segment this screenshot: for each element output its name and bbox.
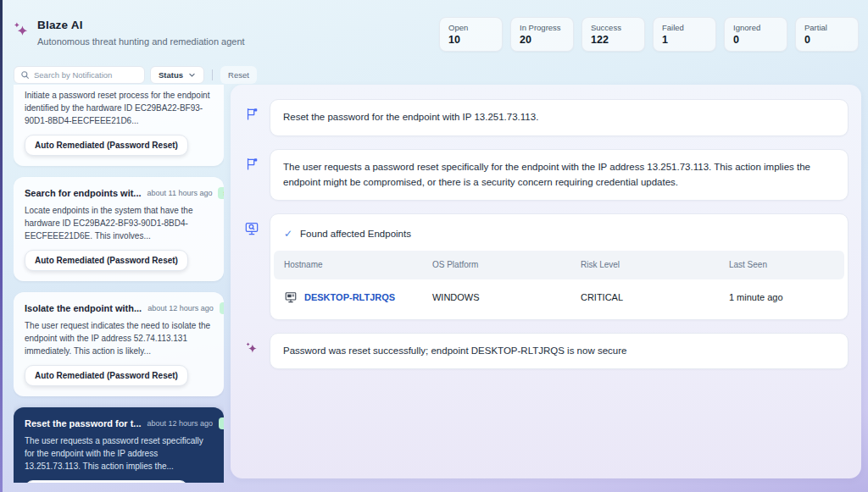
notification-title: Search for endpoints wit... <box>25 188 142 198</box>
status-badge: SUCCESS <box>219 417 224 429</box>
notification-card[interactable]: Isolate the endpoint with... about 12 ho… <box>14 292 224 396</box>
notification-timestamp: about 11 hours ago <box>147 189 213 197</box>
stat-card-success: Success 122 <box>581 17 645 52</box>
user-request-row: Reset the password for the endpoint with… <box>243 99 849 136</box>
notification-detail-panel: Reset the password for the endpoint with… <box>231 85 861 478</box>
status-filter-label: Status <box>159 70 183 80</box>
stat-card-ignored: Ignored 0 <box>724 17 787 52</box>
notification-list[interactable]: Initiate a password reset process for th… <box>14 85 224 483</box>
user-request-message: Reset the password for the endpoint with… <box>270 99 849 136</box>
status-filter-dropdown[interactable]: Status <box>150 66 204 84</box>
stat-card-open: Open 10 <box>439 17 503 52</box>
endpoint-results-card: ✓ Found affected Endpoints Hostname OS P… <box>270 213 849 319</box>
app-header: Blaze AI Autonomous threat hunting and r… <box>12 19 245 47</box>
stat-card-partial: Partial 0 <box>795 17 859 52</box>
sparkle-icon <box>243 333 260 356</box>
risk-level-value: CRITICAL <box>570 279 719 316</box>
auto-remediated-button[interactable]: Auto Remediated (Password Reset) <box>25 135 188 156</box>
notification-card[interactable]: Initiate a password reset process for th… <box>14 85 224 166</box>
stat-value: 1 <box>662 34 707 46</box>
stat-value: 122 <box>591 34 636 46</box>
stat-card-failed: Failed 1 <box>653 17 716 52</box>
stats-bar: Open 10 In Progress 20 Success 122 Faile… <box>439 17 859 52</box>
notification-card-selected[interactable]: Reset the password for t... about 12 hou… <box>14 407 224 483</box>
flag-icon <box>243 149 260 171</box>
last-seen-value: 1 minute ago <box>719 279 844 316</box>
analysis-row: The user requests a password reset speci… <box>243 149 849 202</box>
analysis-message: The user requests a password reset speci… <box>270 149 849 202</box>
stat-value: 0 <box>804 34 849 46</box>
auto-remediated-button[interactable]: Auto Remediated (Password Reset) <box>25 250 188 271</box>
notification-body: Locate endpoints in the system that have… <box>25 204 213 242</box>
stat-card-in-progress: In Progress 20 <box>510 17 574 52</box>
column-header-os: OS Platform <box>422 251 570 279</box>
search-icon <box>20 70 30 80</box>
notification-search[interactable] <box>14 66 145 84</box>
status-badge: SUCCESS <box>218 187 224 199</box>
stat-value: 20 <box>520 34 565 46</box>
monitor-search-icon <box>243 213 260 236</box>
stat-value: 0 <box>733 34 778 46</box>
auto-remediated-button[interactable]: Auto Remediated (Password Reset) <box>25 365 188 386</box>
notification-timestamp: about 12 hours ago <box>147 304 214 312</box>
table-row: DESKTOP-RLTJRQS WINDOWS CRITICAL 1 minut… <box>274 279 844 316</box>
notification-title: Reset the password for t... <box>25 418 142 428</box>
notification-body: The user requests a password reset speci… <box>25 434 213 473</box>
notification-body: Initiate a password reset process for th… <box>25 89 213 127</box>
column-header-hostname: Hostname <box>274 251 422 279</box>
endpoints-table: Hostname OS Platform Risk Level Last See… <box>274 251 844 316</box>
notification-timestamp: about 12 hours ago <box>147 419 214 428</box>
stat-label: Partial <box>804 23 849 32</box>
stat-label: Failed <box>662 23 707 32</box>
app-title: Blaze AI <box>37 19 245 31</box>
desktop-monitor-icon <box>284 290 298 304</box>
check-icon: ✓ <box>284 226 292 242</box>
chevron-down-icon <box>188 71 196 79</box>
result-title: Found affected Endpoints <box>300 227 411 242</box>
final-result-row: Password was reset successfully; endpoin… <box>243 333 849 370</box>
stat-label: In Progress <box>520 23 565 32</box>
endpoint-results-row: ✓ Found affected Endpoints Hostname OS P… <box>243 213 849 319</box>
stat-value: 10 <box>448 34 493 46</box>
stat-label: Success <box>591 23 636 32</box>
notification-body: The user request indicates the need to i… <box>25 319 213 357</box>
notification-title: Isolate the endpoint with... <box>25 303 142 313</box>
search-input[interactable] <box>34 70 146 80</box>
final-result-message: Password was reset successfully; endpoin… <box>270 333 849 370</box>
window-left-edge <box>0 0 3 492</box>
filter-bar: Status Reset <box>14 66 257 84</box>
status-badge: SUCCESS <box>220 302 224 314</box>
os-platform-value: WINDOWS <box>422 279 570 316</box>
notification-card[interactable]: Search for endpoints wit... about 11 hou… <box>14 177 224 281</box>
column-header-risk: Risk Level <box>570 251 719 279</box>
flag-icon <box>243 99 260 121</box>
column-header-last-seen: Last Seen <box>719 251 844 279</box>
reset-filters-button[interactable]: Reset <box>220 66 257 84</box>
stat-label: Ignored <box>733 23 778 32</box>
filter-divider <box>212 69 213 80</box>
sparkle-logo-icon <box>12 20 31 39</box>
app-subtitle: Autonomous threat hunting and remediatio… <box>37 36 245 47</box>
auto-remediated-button[interactable]: Auto Remediated (Password Reset) <box>25 480 188 483</box>
stat-label: Open <box>448 23 493 32</box>
hostname-link[interactable]: DESKTOP-RLTJRQS <box>304 290 395 305</box>
